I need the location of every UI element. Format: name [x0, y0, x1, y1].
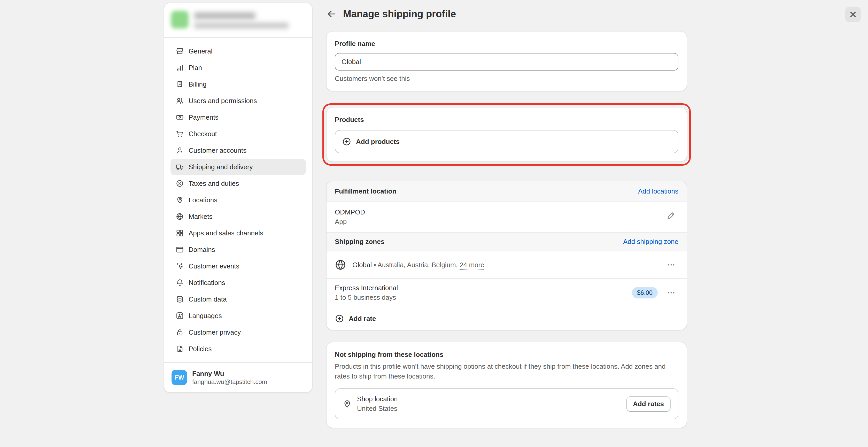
close-icon: [849, 10, 857, 19]
location-type: App: [335, 218, 365, 226]
sidebar-item-plan[interactable]: Plan: [170, 59, 306, 76]
sidebar-item-taxes-duties[interactable]: Taxes and duties: [170, 175, 306, 192]
sidebar-item-policies[interactable]: Policies: [170, 340, 306, 357]
not-shipping-card: Not shipping from these locations Produc…: [327, 342, 687, 428]
sidebar-item-label: General: [189, 47, 213, 55]
add-shipping-zone-link[interactable]: Add shipping zone: [623, 238, 678, 246]
location-name: ODMPOD: [335, 208, 365, 216]
sidebar-item-custom-data[interactable]: Custom data: [170, 291, 306, 307]
products-card: Products Add products: [327, 108, 687, 161]
dots-horizontal-icon: [666, 260, 676, 269]
sidebar-item-domains[interactable]: Domains: [170, 241, 306, 258]
sidebar-item-customer-events[interactable]: Customer events: [170, 258, 306, 274]
sidebar-item-checkout[interactable]: Checkout: [170, 126, 306, 142]
payments-icon: [176, 113, 184, 121]
sidebar-item-label: Customer accounts: [189, 147, 246, 154]
add-locations-link[interactable]: Add locations: [638, 187, 678, 195]
user-identity: Fanny Wu fanghua.wu@tapstitch.com: [192, 369, 267, 386]
fulfillment-location-card: Fulfillment location Add locations ODMPO…: [327, 181, 687, 330]
shipping-zone-row: Global • Australia, Austria, Belgium, 24…: [327, 251, 687, 279]
shop-location-value: United States: [357, 405, 626, 413]
pin-icon: [176, 196, 184, 204]
sidebar-item-shipping-delivery[interactable]: Shipping and delivery: [170, 159, 306, 175]
rate-menu-button[interactable]: [664, 286, 678, 300]
sidebar-item-languages[interactable]: Languages: [170, 307, 306, 324]
sidebar-item-label: Apps and sales channels: [189, 229, 263, 237]
shipping-zones-header: Shipping zones Add shipping zone: [327, 232, 687, 251]
back-button[interactable]: [324, 7, 339, 21]
translate-icon: [176, 311, 184, 320]
sidebar-item-label: Markets: [189, 213, 212, 221]
add-products-label: Add products: [356, 138, 400, 146]
page-title: Manage shipping profile: [343, 8, 456, 20]
page-header: Manage shipping profile: [327, 0, 687, 21]
sidebar-item-label: Shipping and delivery: [189, 163, 253, 171]
rate-name: Express International: [335, 284, 632, 292]
cart-icon: [176, 130, 184, 138]
zone-name: Global: [352, 261, 372, 269]
browser-icon: [176, 245, 184, 254]
store-url-blurred: [194, 23, 288, 28]
sidebar-item-label: Customer privacy: [189, 328, 241, 336]
profile-name-label: Profile name: [335, 40, 678, 48]
sidebar-item-label: Notifications: [189, 279, 225, 287]
sidebar-item-payments[interactable]: Payments: [170, 109, 306, 126]
dots-horizontal-icon: [666, 288, 676, 297]
sidebar-item-label: Custom data: [189, 295, 226, 303]
zone-more-link[interactable]: 24 more: [460, 261, 484, 270]
zone-separator: •: [374, 261, 376, 269]
sidebar-item-users-permissions[interactable]: Users and permissions: [170, 92, 306, 109]
pencil-icon: [666, 211, 676, 220]
sidebar-item-label: Locations: [189, 196, 217, 204]
fulfillment-location-row: ODMPOD App: [327, 202, 687, 232]
sidebar-item-label: Checkout: [189, 130, 217, 138]
cursor-sparkle-icon: [176, 262, 184, 270]
profile-name-input[interactable]: [335, 53, 678, 70]
manage-shipping-profile-panel: Manage shipping profile Profile name Cus…: [327, 0, 687, 440]
sidebar-item-markets[interactable]: Markets: [170, 208, 306, 225]
sidebar-item-customer-accounts[interactable]: Customer accounts: [170, 142, 306, 159]
person-icon: [176, 146, 184, 154]
settings-sidebar: General Plan Billing Users and permissio…: [164, 3, 313, 393]
store-name-blurred: [194, 12, 255, 19]
bell-icon: [176, 278, 184, 287]
sidebar-item-customer-privacy[interactable]: Customer privacy: [170, 324, 306, 340]
plan-icon: [176, 64, 184, 72]
sidebar-item-label: Plan: [189, 64, 202, 72]
add-rates-button[interactable]: Add rates: [626, 396, 671, 412]
sidebar-item-billing[interactable]: Billing: [170, 76, 306, 92]
zone-description: Global • Australia, Austria, Belgium, 24…: [352, 261, 658, 269]
fulfillment-title: Fulfillment location: [335, 187, 396, 195]
pin-icon: [343, 399, 352, 409]
sidebar-item-notifications[interactable]: Notifications: [170, 274, 306, 291]
rate-transit-time: 1 to 5 business days: [335, 294, 632, 301]
sidebar-item-label: Billing: [189, 80, 207, 88]
close-button[interactable]: [845, 7, 861, 22]
shop-location-info: Shop location United States: [357, 395, 626, 413]
zone-countries: Australia, Austria, Belgium,: [377, 261, 458, 269]
add-rate-label: Add rate: [349, 315, 376, 323]
location-info: ODMPOD App: [335, 208, 365, 226]
sidebar-item-general[interactable]: General: [170, 43, 306, 59]
sidebar-item-apps-sales-channels[interactable]: Apps and sales channels: [170, 225, 306, 241]
zone-menu-button[interactable]: [664, 258, 678, 272]
profile-name-card: Profile name Customers won’t see this: [327, 32, 687, 91]
highlight-annotation: Products Add products: [322, 103, 691, 166]
avatar: FW: [172, 370, 187, 385]
arrow-left-icon: [327, 9, 337, 19]
receipt-icon: [176, 80, 184, 88]
users-icon: [176, 97, 184, 105]
profile-name-hint: Customers won’t see this: [335, 75, 678, 83]
globe-icon: [176, 212, 184, 221]
user-name: Fanny Wu: [192, 369, 267, 378]
globe-zone-icon: [335, 259, 346, 270]
edit-location-button[interactable]: [664, 208, 678, 223]
sidebar-item-label: Customer events: [189, 262, 240, 270]
user-account[interactable]: FW Fanny Wu fanghua.wu@tapstitch.com: [164, 362, 312, 392]
add-rate-button[interactable]: Add rate: [327, 307, 687, 330]
sidebar-item-locations[interactable]: Locations: [170, 192, 306, 208]
sidebar-item-label: Domains: [189, 246, 215, 254]
rate-price-badge: $6.00: [632, 287, 658, 298]
sidebar-item-label: Taxes and duties: [189, 180, 239, 187]
add-products-button[interactable]: Add products: [335, 130, 678, 153]
